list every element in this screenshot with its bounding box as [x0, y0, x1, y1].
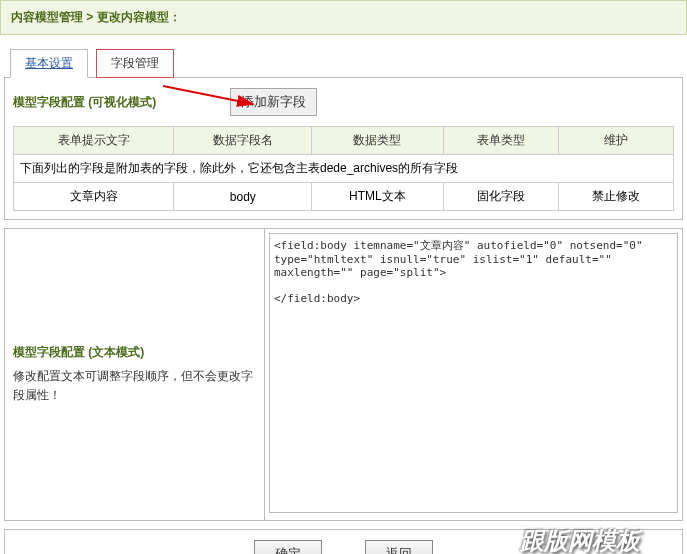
cell-field: body — [174, 183, 312, 211]
th-type: 数据类型 — [312, 127, 443, 155]
button-row: 确定 返回 — [4, 529, 683, 554]
cell-prompt: 文章内容 — [14, 183, 174, 211]
visual-config-header: 模型字段配置 (可视化模式) 添加新字段 — [13, 88, 674, 116]
tab-fields[interactable]: 字段管理 — [96, 49, 174, 78]
back-button[interactable]: 返回 — [365, 540, 433, 554]
table-note: 下面列出的字段是附加表的字段，除此外，它还包含主表dede_archives的所… — [14, 155, 674, 183]
table-row: 文章内容 body HTML文本 固化字段 禁止修改 — [14, 183, 674, 211]
text-config-section: 模型字段配置 (文本模式) 修改配置文本可调整字段顺序，但不会更改字段属性！ — [4, 228, 683, 521]
text-config-desc: 修改配置文本可调整字段顺序，但不会更改字段属性！ — [13, 367, 256, 405]
th-form-type: 表单类型 — [443, 127, 558, 155]
add-field-button[interactable]: 添加新字段 — [230, 88, 317, 116]
th-maintain: 维护 — [558, 127, 673, 155]
th-prompt: 表单提示文字 — [14, 127, 174, 155]
cell-maintain: 禁止修改 — [558, 183, 673, 211]
fields-table: 表单提示文字 数据字段名 数据类型 表单类型 维护 下面列出的字段是附加表的字段… — [13, 126, 674, 211]
confirm-button[interactable]: 确定 — [254, 540, 322, 554]
visual-config-title: 模型字段配置 (可视化模式) — [13, 94, 156, 111]
text-config-left: 模型字段配置 (文本模式) 修改配置文本可调整字段顺序，但不会更改字段属性！ — [5, 229, 265, 520]
tab-basic[interactable]: 基本设置 — [10, 49, 88, 78]
breadcrumb: 内容模型管理 > 更改内容模型： — [0, 0, 687, 35]
cell-type: HTML文本 — [312, 183, 443, 211]
table-note-row: 下面列出的字段是附加表的字段，除此外，它还包含主表dede_archives的所… — [14, 155, 674, 183]
table-header-row: 表单提示文字 数据字段名 数据类型 表单类型 维护 — [14, 127, 674, 155]
th-field: 数据字段名 — [174, 127, 312, 155]
text-config-right — [265, 229, 682, 520]
panel-visual: 模型字段配置 (可视化模式) 添加新字段 表单提示文字 数据字段名 数据类型 表… — [4, 77, 683, 220]
config-textarea[interactable] — [269, 233, 678, 513]
cell-form-type: 固化字段 — [443, 183, 558, 211]
tabs: 基本设置 字段管理 — [0, 35, 687, 78]
text-config-title: 模型字段配置 (文本模式) — [13, 344, 256, 361]
